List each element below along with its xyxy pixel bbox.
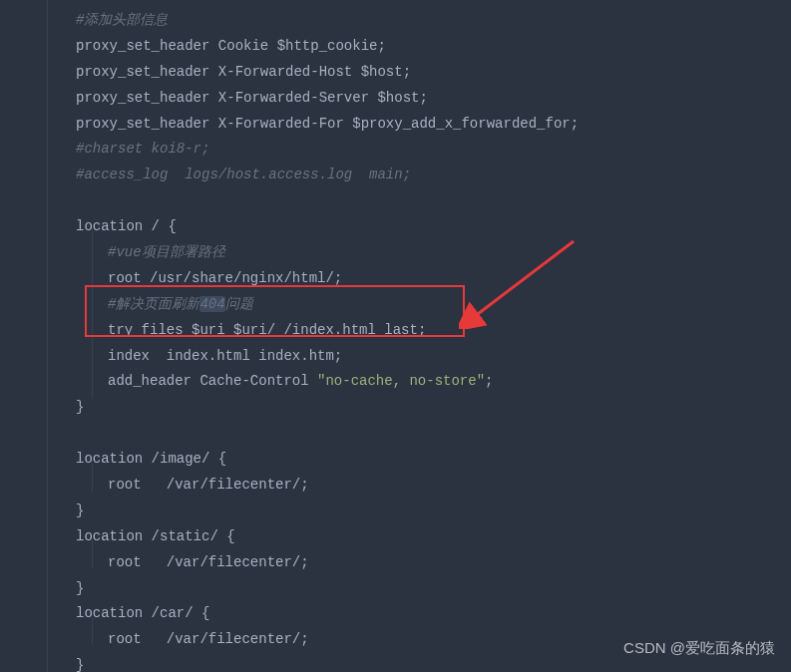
directive: proxy_set_header X-Forwarded-For: [76, 116, 352, 132]
semicolon: ;: [418, 322, 426, 338]
semicolon: ;: [300, 554, 308, 570]
directive: proxy_set_header X-Forwarded-Host: [76, 64, 361, 80]
semicolon: ;: [334, 348, 342, 364]
location-directive: location /static/: [76, 528, 226, 544]
variable: $proxy_add_x_forwarded_for: [352, 116, 570, 132]
variable: $http_cookie: [277, 38, 378, 54]
indent-guide: [92, 617, 93, 645]
close-brace: }: [76, 580, 84, 596]
semicolon: ;: [300, 477, 308, 493]
close-brace: }: [76, 399, 84, 415]
semicolon: ;: [300, 631, 308, 647]
add-header-directive: add_header Cache-Control: [108, 373, 317, 389]
indent-guide: [92, 464, 93, 492]
semicolon: ;: [403, 64, 411, 80]
root-directive: root /var/filecenter/: [108, 631, 300, 647]
variable: $host: [377, 90, 419, 106]
root-directive: root /var/filecenter/: [108, 554, 300, 570]
semicolon: ;: [377, 38, 385, 54]
location-directive: location /: [76, 218, 168, 234]
indent-guide: [92, 540, 93, 568]
variable: $uri: [192, 322, 225, 338]
comment-line: #vue项目部署路径: [108, 244, 225, 260]
comment-line: #解决页面刷新404问题: [108, 296, 253, 312]
root-directive: root /var/filecenter/: [108, 477, 300, 493]
close-brace: }: [76, 503, 84, 518]
directive: proxy_set_header X-Forwarded-Server: [76, 90, 377, 106]
comment-line: #charset koi8-r;: [76, 141, 209, 157]
semicolon: ;: [334, 270, 342, 286]
open-brace: {: [218, 451, 226, 467]
watermark: CSDN @爱吃面条的猿: [623, 634, 775, 662]
code-block: #添加头部信息 proxy_set_header Cookie $http_co…: [0, 0, 791, 672]
variable: $host: [361, 64, 403, 80]
variable: $uri: [233, 322, 267, 338]
open-brace: {: [226, 528, 234, 544]
comment-line: #添加头部信息: [76, 12, 168, 28]
string-literal: "no-cache, no-store": [317, 373, 485, 389]
open-brace: {: [168, 218, 176, 234]
root-directive: root /usr/share/nginx/html/: [108, 270, 334, 286]
gutter: [0, 0, 48, 672]
comment-line: #access_log logs/host.access.log main;: [76, 167, 411, 182]
highlighted-text: 404: [199, 296, 224, 312]
open-brace: {: [201, 605, 209, 621]
path: / /index.html last: [267, 322, 418, 338]
index-directive: index index.html index.htm: [108, 348, 334, 364]
directive: proxy_set_header Cookie: [76, 38, 277, 54]
semicolon: ;: [419, 90, 427, 106]
close-brace: }: [76, 657, 84, 672]
semicolon: ;: [485, 373, 493, 389]
location-directive: location /image/: [76, 451, 218, 467]
try-files-directive: try_files: [108, 322, 192, 338]
location-directive: location /car/: [76, 605, 201, 621]
indent-guide: [92, 231, 93, 399]
semicolon: ;: [571, 116, 579, 132]
